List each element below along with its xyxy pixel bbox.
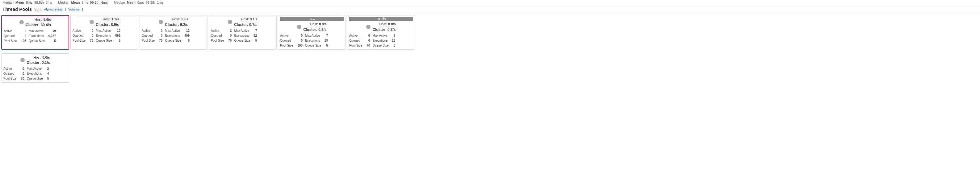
pool-4-body: Active2 Queued0 Pool Size70 Max Active7 … [211, 28, 275, 43]
sort-volume-link[interactable]: Volume [68, 7, 80, 11]
pool-1-dot [19, 20, 24, 24]
pool-4-stats-left: Active2 Queued0 Pool Size70 [211, 28, 232, 43]
pool-2-header: Host: 1.2/s Cluster: 8.5/s [73, 17, 136, 27]
pool-4-header: Host: 0.1/s Cluster: 0.7/s [211, 17, 275, 27]
pools-row-2: Host: 0.0/s Cluster: 0.1/s Active0 Queue… [0, 52, 980, 85]
pool-card-6: mg...5/s Host: 0.0/s Cluster: 0.3/s Acti… [347, 15, 415, 50]
sort-alphabetical-link[interactable]: Alphabetical [44, 7, 62, 11]
page-title: Thread Pools [2, 6, 32, 12]
pools-row-1: Host: 8.6/s Cluster: 60.4/s Active0 Queu… [0, 13, 980, 52]
p0-val-2: 6ms [82, 1, 88, 4]
pool-7-host: Host: 0.0/s [27, 55, 50, 60]
pool-1-stats-left: Active0 Queued0 Pool Size105 [4, 29, 26, 43]
title-bar: Thread Pools Sort: Alphabetical | Volume… [0, 5, 980, 13]
pool-7-stats-right: Max Active2 Executions4 Queue Size5 [27, 66, 49, 81]
pool-1-cluster: Cluster: 60.4/s [25, 22, 51, 28]
pool-card-3: Host: 0.9/s Cluster: 6.2/s Active0 Queue… [140, 15, 207, 50]
pool-1-header: Host: 8.6/s Cluster: 60.4/s [4, 17, 67, 28]
p50-val-2: 6ms [101, 1, 108, 4]
median-label-3: Median [114, 1, 125, 4]
mean-label-2: Mean [71, 1, 80, 4]
metrics-group-3: Median Mean 0ms 99.5th 1ms [114, 1, 163, 4]
p0-val-3: 0ms [137, 1, 144, 4]
pool-7-header: Host: 0.0/s Cluster: 0.1/s [3, 55, 67, 66]
p995-label-3: 99.5th [146, 1, 155, 4]
pool-2-host: Host: 1.2/s [96, 17, 119, 22]
mean-label-1: Mean [16, 1, 24, 4]
p995-label-2: 99.5th [90, 1, 99, 4]
metrics-group-1: Median Mean 0ms 99.5th 0ms [2, 1, 52, 4]
p50-val-3: 1ms [157, 1, 163, 4]
pool-1-host: Host: 8.6/s [25, 17, 51, 22]
pool-4-dot [228, 20, 232, 24]
pool-5-stats-left: Active0 Queued0 Pool Size105 [280, 33, 302, 48]
mean-label-3: Mean [127, 1, 135, 4]
pool-5-body: Active0 Queued0 Pool Size105 Max Active7… [280, 33, 344, 48]
top-metrics-bar: Median Mean 0ms 99.5th 0ms Median Mean 6… [0, 0, 980, 5]
pool-card-1: Host: 8.6/s Cluster: 60.4/s Active0 Queu… [1, 15, 69, 50]
pool-2-rates: Host: 1.2/s Cluster: 8.5/s [96, 17, 119, 27]
pool-4-host: Host: 0.1/s [234, 17, 257, 22]
pool-card-2: Host: 1.2/s Cluster: 8.5/s Active0 Queue… [70, 15, 138, 50]
pool-7-body: Active0 Queued0 Pool Size70 Max Active2 … [3, 66, 67, 81]
p995-label-1: 99.5th [34, 1, 44, 4]
pool-7-rates: Host: 0.0/s Cluster: 0.1/s [27, 55, 50, 66]
pool-3-cluster: Cluster: 6.2/s [165, 22, 188, 27]
sort-label: Sort: [34, 7, 41, 11]
pool-5-host: Host: 0.0/s [303, 22, 326, 27]
pool-3-rates: Host: 0.9/s Cluster: 6.2/s [165, 17, 188, 27]
p50-val-1: 0ms [46, 1, 52, 4]
pool-2-cluster: Cluster: 8.5/s [96, 22, 119, 27]
pool-6-host: Host: 0.0/s [372, 22, 396, 27]
sort-separator: | [65, 7, 66, 11]
pool-6-stats-left: Active0 Queued0 Pool Size70 [349, 33, 370, 48]
median-label-1: Median [2, 1, 14, 4]
pool-card-7: Host: 0.0/s Cluster: 0.1/s Active0 Queue… [1, 53, 69, 83]
pool-5-name-bar: ng... [280, 17, 344, 21]
pool-1-rates: Host: 8.6/s Cluster: 60.4/s [25, 17, 51, 28]
pool-3-stats-left: Active0 Queued0 Pool Size70 [142, 28, 162, 43]
pool-2-stats-left: Active0 Queued0 Pool Size70 [73, 28, 93, 43]
pool-6-dot [366, 25, 371, 29]
pool-card-4: Host: 0.1/s Cluster: 0.7/s Active2 Queue… [209, 15, 277, 50]
pool-3-header: Host: 0.9/s Cluster: 6.2/s [142, 17, 205, 27]
pool-3-host: Host: 0.9/s [165, 17, 188, 22]
pool-3-body: Active0 Queued0 Pool Size70 Max Active12… [142, 28, 205, 43]
sort-end-separator: | [82, 7, 83, 11]
pool-2-body: Active0 Queued0 Pool Size70 Max Active10… [73, 28, 136, 43]
pool-5-stats-right: Max Active7 Executions19 Queue Size5 [305, 33, 328, 48]
pool-7-cluster: Cluster: 0.1/s [27, 60, 50, 65]
pool-6-stats-right: Max Active8 Executions23 Queue Size5 [372, 33, 395, 48]
pool-1-stats-right: Max Active19 Executions4,227 Queue Size5 [29, 29, 56, 43]
pool-6-cluster: Cluster: 0.3/s [372, 27, 396, 32]
pool-2-stats-right: Max Active10 Executions598 Queue Size5 [96, 28, 121, 43]
pool-7-dot [21, 58, 25, 62]
pool-2-dot [89, 20, 94, 24]
pool-5-rates: Host: 0.0/s Cluster: 0.3/s [303, 22, 326, 32]
pool-7-stats-left: Active0 Queued0 Pool Size70 [3, 66, 24, 81]
pool-6-body: Active0 Queued0 Pool Size70 Max Active8 … [349, 33, 413, 48]
pool-5-header: Host: 0.0/s Cluster: 0.3/s [280, 22, 344, 32]
pool-6-rates: Host: 0.0/s Cluster: 0.3/s [372, 22, 396, 32]
pool-1-body: Active0 Queued0 Pool Size105 Max Active1… [4, 29, 67, 43]
pool-3-dot [159, 20, 163, 24]
pool-4-rates: Host: 0.1/s Cluster: 0.7/s [234, 17, 257, 27]
median-label-2: Median [58, 1, 69, 4]
pool-5-dot [297, 25, 301, 29]
pool-5-cluster: Cluster: 0.3/s [303, 27, 326, 32]
pool-6-header: Host: 0.0/s Cluster: 0.3/s [349, 22, 413, 32]
pool-6-name-bar: mg...5/s [349, 17, 413, 21]
pool-card-5: ng... Host: 0.0/s Cluster: 0.3/s Active0… [278, 15, 346, 50]
pool-4-stats-right: Max Active7 Executions52 Queue Size5 [234, 28, 257, 43]
metrics-group-2: Median Mean 6ms 99.5th 6ms [58, 1, 107, 4]
pool-4-cluster: Cluster: 0.7/s [234, 22, 257, 27]
pool-3-stats-right: Max Active12 Executions499 Queue Size5 [165, 28, 189, 43]
p0-val-1: 0ms [26, 1, 32, 4]
